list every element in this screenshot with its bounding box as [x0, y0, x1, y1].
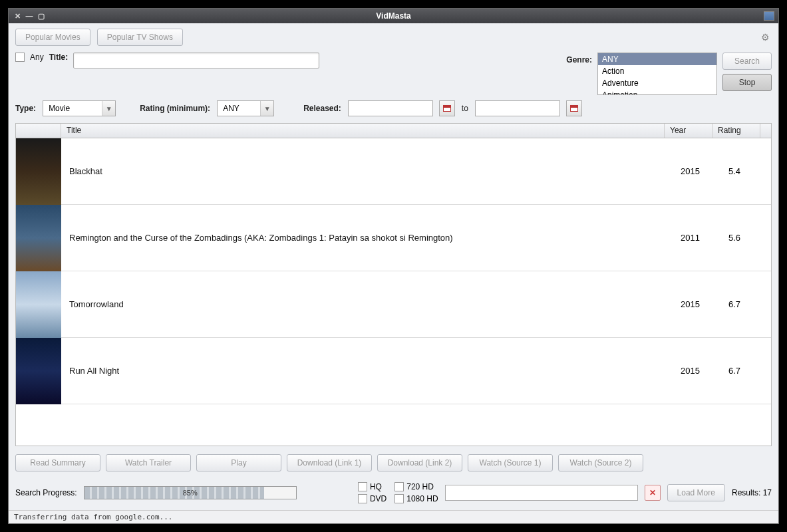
title-input[interactable]	[73, 53, 319, 68]
cell-year: 2011	[675, 233, 723, 243]
cell-title: Run All Night	[61, 366, 675, 376]
status-bar: Transferring data from google.com...	[9, 510, 778, 523]
title-label: Title:	[49, 53, 68, 62]
genre-label: Genre:	[566, 53, 592, 65]
cell-rating: 5.4	[723, 166, 771, 176]
stop-button[interactable]: Stop	[722, 74, 772, 91]
type-value: Movie	[43, 104, 102, 113]
column-header-year[interactable]: Year	[665, 124, 712, 138]
any-label: Any	[30, 53, 44, 62]
load-more-button[interactable]: Load More	[667, 484, 725, 501]
genre-item[interactable]: Adventure	[598, 77, 716, 89]
cell-year: 2015	[675, 166, 723, 176]
hd720-checkbox[interactable]	[394, 482, 404, 491]
rating-dropdown[interactable]: ANY ▼	[217, 100, 274, 116]
poster-thumbnail	[16, 138, 61, 205]
window-title: VidMasta	[376, 11, 410, 21]
progress-text: 85%	[84, 487, 296, 499]
genre-item[interactable]: Action	[598, 65, 716, 77]
cell-title: Blackhat	[61, 166, 675, 176]
chevron-down-icon: ▼	[102, 101, 115, 116]
column-header-title[interactable]: Title	[61, 124, 665, 138]
hq-checkbox[interactable]	[358, 482, 367, 491]
rating-value: ANY	[218, 104, 260, 113]
status-text: Transferring data from google.com...	[14, 513, 172, 521]
table-row[interactable]: Remington and the Curse of the Zombading…	[16, 205, 771, 271]
date-picker-to-button[interactable]	[566, 100, 582, 116]
to-label: to	[462, 104, 468, 113]
column-header-rating[interactable]: Rating	[712, 124, 760, 138]
poster-thumbnail	[16, 338, 61, 404]
cell-year: 2015	[675, 299, 723, 309]
any-checkbox[interactable]	[15, 53, 25, 62]
watch-trailer-button[interactable]: Watch Trailer	[106, 454, 191, 471]
cell-rating: 6.7	[723, 366, 771, 376]
chevron-down-icon: ▼	[260, 101, 273, 116]
dvd-checkbox[interactable]	[358, 494, 367, 503]
results-table: Title Year Rating Blackhat20155.4Remingt…	[15, 123, 772, 446]
read-summary-button[interactable]: Read Summary	[15, 454, 100, 471]
progress-label: Search Progress:	[15, 488, 77, 497]
genre-item[interactable]: ANY	[598, 53, 716, 65]
download-link2-button[interactable]: Download (Link 2)	[377, 454, 462, 471]
genre-item[interactable]: Animation	[598, 89, 716, 95]
titlebar: ✕ — ▢ VidMasta	[9, 9, 778, 23]
cell-title: Remington and the Curse of the Zombading…	[61, 233, 675, 243]
cell-rating: 5.6	[723, 233, 771, 243]
popular-movies-button[interactable]: Popular Movies	[15, 29, 90, 46]
clear-filter-button[interactable]: ✕	[645, 485, 661, 501]
released-from-input[interactable]	[348, 100, 433, 116]
app-icon	[764, 11, 774, 21]
genre-list[interactable]: ANY Action Adventure Animation	[597, 53, 717, 95]
hq-label: HQ	[370, 482, 382, 491]
popular-tv-button[interactable]: Popular TV Shows	[97, 29, 183, 46]
settings-icon[interactable]: ⚙	[761, 32, 772, 43]
released-to-input[interactable]	[475, 100, 560, 116]
table-row[interactable]: Blackhat20155.4	[16, 138, 771, 205]
type-dropdown[interactable]: Movie ▼	[43, 100, 116, 116]
rating-label: Rating (minimum):	[140, 104, 210, 113]
calendar-icon	[570, 105, 578, 112]
maximize-window-icon[interactable]: ▢	[37, 11, 46, 21]
progress-bar: 85%	[84, 486, 297, 499]
play-button[interactable]: Play	[196, 454, 281, 471]
cell-title: Tomorrowland	[61, 299, 675, 309]
results-count: Results: 17	[732, 488, 772, 497]
hd1080-checkbox[interactable]	[394, 494, 404, 503]
calendar-icon	[443, 105, 451, 112]
cell-rating: 6.7	[723, 299, 771, 309]
dvd-label: DVD	[370, 494, 387, 503]
watch-source2-button[interactable]: Watch (Source 2)	[558, 454, 643, 471]
search-button[interactable]: Search	[722, 53, 772, 70]
table-row[interactable]: Run All Night20156.7	[16, 338, 771, 404]
poster-thumbnail	[16, 271, 61, 338]
type-label: Type:	[15, 104, 36, 113]
download-link1-button[interactable]: Download (Link 1)	[287, 454, 372, 471]
close-window-icon[interactable]: ✕	[13, 11, 22, 21]
minimize-window-icon[interactable]: —	[25, 11, 34, 21]
table-row[interactable]: Tomorrowland20156.7	[16, 271, 771, 338]
cell-year: 2015	[675, 366, 723, 376]
filter-input[interactable]	[445, 485, 638, 501]
hd1080-label: 1080 HD	[406, 494, 438, 503]
poster-thumbnail	[16, 205, 61, 271]
date-picker-from-button[interactable]	[439, 100, 455, 116]
app-window: ✕ — ▢ VidMasta Popular Movies Popular TV…	[8, 8, 779, 524]
column-header-poster[interactable]	[16, 124, 61, 138]
hd720-label: 720 HD	[406, 482, 434, 491]
released-label: Released:	[303, 104, 341, 113]
watch-source1-button[interactable]: Watch (Source 1)	[468, 454, 553, 471]
